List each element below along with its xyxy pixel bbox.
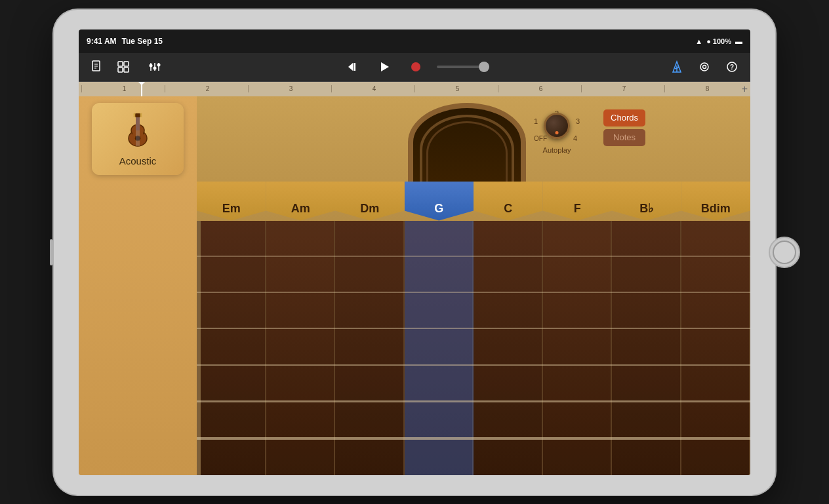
document-button[interactable] [87, 56, 108, 77]
status-bar: 9:41 AM Tue Sep 15 ▲ ● 100% ▬ [79, 29, 750, 53]
status-time: 9:41 AM [87, 37, 117, 46]
svg-rect-15 [354, 63, 355, 71]
svg-marker-14 [348, 63, 353, 71]
instrument-card[interactable]: Acoustic [92, 103, 184, 175]
notes-button[interactable]: Notes [603, 129, 645, 146]
layout-button[interactable] [113, 56, 134, 77]
autoplay-knob-container: 1 2 3 4 OFF [534, 109, 580, 142]
knob-dot [556, 131, 559, 134]
svg-rect-6 [118, 68, 123, 72]
home-button[interactable] [769, 237, 800, 268]
chord-button-c[interactable]: C [474, 182, 543, 221]
string-3 [197, 328, 750, 329]
chord-button-em[interactable]: Em [197, 182, 266, 221]
help-button[interactable]: ? [721, 56, 742, 77]
ruler-mark-5: 5 [415, 85, 498, 92]
fretboard[interactable] [197, 221, 750, 475]
autoplay-num-4: 4 [573, 134, 577, 142]
sound-hole [408, 103, 526, 182]
side-button[interactable] [50, 239, 52, 265]
battery-status: ● 100% [706, 37, 731, 45]
svg-point-12 [153, 67, 157, 70]
svg-point-17 [411, 62, 420, 71]
svg-rect-5 [124, 62, 129, 66]
ipad-frame: 9:41 AM Tue Sep 15 ▲ ● 100% ▬ [54, 10, 775, 495]
status-date: Tue Sep 15 [122, 37, 163, 46]
svg-marker-16 [381, 62, 389, 71]
autoplay-label: Autoplay [543, 146, 571, 154]
transport-slider[interactable] [437, 66, 489, 68]
ruler-mark-8: 8 [664, 85, 748, 92]
svg-point-11 [150, 64, 153, 68]
ruler-mark-1: 1 [81, 85, 165, 92]
svg-point-22 [703, 66, 706, 69]
record-button[interactable] [405, 56, 426, 77]
svg-point-35 [134, 115, 136, 117]
ipad-screen: 9:41 AM Tue Sep 15 ▲ ● 100% ▬ [79, 29, 750, 475]
chord-button-am[interactable]: Am [266, 182, 336, 221]
ruler-mark-4: 4 [331, 85, 415, 92]
svg-rect-33 [135, 113, 140, 117]
string-1 [197, 256, 750, 257]
chord-row: Em Am Dm G C F B♭ Bdim [197, 182, 750, 221]
autoplay-num-off: OFF [534, 135, 547, 142]
home-button-inner [773, 241, 796, 264]
instrument-panel: Acoustic [79, 96, 197, 475]
settings-button[interactable] [694, 56, 715, 77]
svg-rect-7 [124, 68, 129, 72]
string-6 [197, 437, 750, 440]
autoplay-knob[interactable] [544, 113, 570, 139]
autoplay-num-3: 3 [576, 117, 580, 125]
chord-button-dm[interactable]: Dm [335, 182, 405, 221]
ruler-mark-6: 6 [498, 85, 581, 92]
mixer-button[interactable] [144, 56, 165, 77]
svg-rect-4 [118, 62, 123, 66]
battery-icon: ▬ [735, 37, 742, 45]
ruler-mark-3: 3 [248, 85, 331, 92]
instrument-name: Acoustic [119, 155, 157, 166]
ruler-cursor [141, 82, 142, 96]
svg-point-37 [140, 115, 142, 117]
svg-point-36 [140, 113, 142, 115]
main-content: Acoustic 1 2 3 [79, 96, 750, 475]
chords-button[interactable]: Chords [603, 109, 645, 126]
rewind-button[interactable] [342, 56, 363, 77]
timeline-ruler: 1 2 3 4 5 6 7 8 + [79, 82, 750, 96]
svg-point-21 [700, 63, 708, 71]
ruler-mark-7: 7 [581, 85, 664, 92]
svg-text:?: ? [730, 64, 734, 71]
string-2 [197, 292, 750, 293]
strings [197, 221, 750, 475]
chords-notes-toggle: Chords Notes [603, 109, 645, 146]
wifi-icon: ▲ [695, 37, 702, 45]
autoplay-num-1: 1 [534, 117, 538, 125]
autoplay-area: 1 2 3 4 OFF Autoplay [534, 109, 580, 154]
transport-thumb [479, 62, 489, 72]
metronome-button[interactable] [666, 56, 687, 77]
chord-button-bb[interactable]: B♭ [612, 182, 681, 221]
svg-point-34 [134, 113, 136, 115]
ruler-add-button[interactable]: + [742, 83, 748, 95]
guitar-area: 1 2 3 4 OFF Autoplay [197, 96, 750, 475]
toolbar: ? [79, 53, 750, 82]
play-button[interactable] [374, 56, 395, 77]
guitar-icon [118, 111, 157, 150]
string-4 [197, 364, 750, 366]
ruler-marks: 1 2 3 4 5 6 7 8 [79, 85, 750, 92]
string-5 [197, 400, 750, 402]
svg-line-20 [675, 68, 679, 69]
chord-button-g[interactable]: G [405, 182, 474, 221]
ruler-mark-2: 2 [165, 85, 248, 92]
svg-point-13 [157, 64, 161, 67]
chord-button-bdim[interactable]: Bdim [681, 182, 751, 221]
chord-button-f[interactable]: F [543, 182, 613, 221]
